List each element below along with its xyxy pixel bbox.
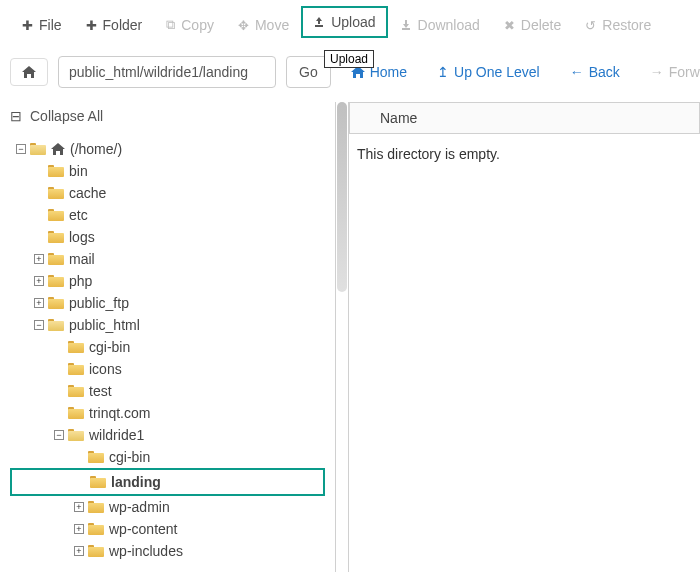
home-icon <box>51 143 65 155</box>
tree-item[interactable]: +mail <box>10 248 325 270</box>
folder-icon <box>48 319 64 331</box>
move-label: Move <box>255 17 289 33</box>
copy-button: ⧉Copy <box>154 12 226 38</box>
tree-item[interactable]: −wildride1 <box>10 424 325 446</box>
home-icon <box>21 65 37 79</box>
empty-message: This directory is empty. <box>349 134 700 174</box>
tree-root[interactable]: −(/home/) <box>10 138 325 160</box>
forward-label: Forward <box>669 64 700 80</box>
file-button[interactable]: ✚File <box>10 12 74 38</box>
folder-icon <box>88 501 104 513</box>
folder-icon <box>88 451 104 463</box>
toggle-icon[interactable]: − <box>16 144 26 154</box>
tree-item[interactable]: +php <box>10 270 325 292</box>
collapse-label: Collapse All <box>30 108 103 124</box>
item-label: cache <box>69 185 106 201</box>
back-label: Back <box>589 64 620 80</box>
item-label: mail <box>69 251 95 267</box>
tree-item[interactable]: +wp-admin <box>10 496 325 518</box>
back-link[interactable]: ←Back <box>560 64 630 80</box>
tree-item[interactable]: cache <box>10 182 325 204</box>
folder-icon <box>88 523 104 535</box>
toggle-icon[interactable]: + <box>34 276 44 286</box>
folder-icon <box>88 545 104 557</box>
up-label: Up One Level <box>454 64 540 80</box>
folder-icon <box>48 187 64 199</box>
folder-icon <box>48 209 64 221</box>
move-icon: ✥ <box>238 18 249 33</box>
column-header-name[interactable]: Name <box>349 102 700 134</box>
upload-label: Upload <box>331 14 375 30</box>
folder-icon <box>90 476 106 488</box>
folder-icon <box>48 165 64 177</box>
folder-label: Folder <box>103 17 143 33</box>
toolbar: ✚File ✚Folder ⧉Copy ✥Move Upload Downloa… <box>0 0 700 56</box>
up-link[interactable]: ↥Up One Level <box>427 64 550 80</box>
item-label: cgi-bin <box>109 449 150 465</box>
copy-icon: ⧉ <box>166 17 175 33</box>
toggle-icon[interactable]: + <box>34 254 44 264</box>
upload-button[interactable]: Upload <box>301 6 387 38</box>
folder-icon <box>48 297 64 309</box>
tree-item[interactable]: −public_html <box>10 314 325 336</box>
home-label: Home <box>370 64 407 80</box>
forward-link: →Forward <box>640 64 700 80</box>
tree-item[interactable]: +wp-content <box>10 518 325 540</box>
tree-item[interactable]: logs <box>10 226 325 248</box>
item-label: wp-admin <box>109 499 170 515</box>
toggle-icon[interactable]: + <box>34 298 44 308</box>
toggle-icon[interactable]: − <box>54 430 64 440</box>
delete-label: Delete <box>521 17 561 33</box>
root-label: (/home/) <box>70 141 122 157</box>
toggle-icon[interactable]: + <box>74 546 84 556</box>
copy-label: Copy <box>181 17 214 33</box>
tree-item[interactable]: bin <box>10 160 325 182</box>
item-label: wildride1 <box>89 427 144 443</box>
download-icon <box>400 19 412 31</box>
folder-icon <box>68 385 84 397</box>
toggle-icon[interactable]: + <box>74 502 84 512</box>
delete-button: ✖Delete <box>492 12 573 38</box>
tree-item[interactable]: etc <box>10 204 325 226</box>
folder-icon <box>48 253 64 265</box>
move-button: ✥Move <box>226 12 301 38</box>
item-label: bin <box>69 163 88 179</box>
folder-icon <box>68 363 84 375</box>
tree-item-selected[interactable]: landing <box>10 468 325 496</box>
restore-icon: ↺ <box>585 18 596 33</box>
content-pane: Name This directory is empty. <box>349 102 700 572</box>
toggle-icon[interactable]: + <box>74 524 84 534</box>
up-icon: ↥ <box>437 64 449 80</box>
forward-icon: → <box>650 64 664 80</box>
item-label: cgi-bin <box>89 339 130 355</box>
path-input[interactable] <box>58 56 276 88</box>
back-icon: ← <box>570 64 584 80</box>
collapse-icon: ⊟ <box>10 108 22 124</box>
item-label: public_ftp <box>69 295 129 311</box>
item-label: test <box>89 383 112 399</box>
tree-item[interactable]: cgi-bin <box>10 446 325 468</box>
item-label: trinqt.com <box>89 405 150 421</box>
restore-label: Restore <box>602 17 651 33</box>
item-label: icons <box>89 361 122 377</box>
toggle-icon[interactable]: − <box>34 320 44 330</box>
collapse-all-button[interactable]: ⊟Collapse All <box>10 108 325 124</box>
item-label: landing <box>111 474 161 490</box>
tree-item[interactable]: test <box>10 380 325 402</box>
item-label: wp-includes <box>109 543 183 559</box>
tree-item[interactable]: trinqt.com <box>10 402 325 424</box>
folder-tree: −(/home/) bin cache etc logs +mail +php … <box>10 138 325 562</box>
tree-item[interactable]: +wp-includes <box>10 540 325 562</box>
item-label: public_html <box>69 317 140 333</box>
home-icon-button[interactable] <box>10 58 48 86</box>
item-label: wp-content <box>109 521 177 537</box>
plus-icon: ✚ <box>22 18 33 33</box>
splitter[interactable] <box>335 102 349 572</box>
folder-icon <box>68 341 84 353</box>
tree-item[interactable]: +public_ftp <box>10 292 325 314</box>
tree-item[interactable]: icons <box>10 358 325 380</box>
folder-icon <box>68 407 84 419</box>
folder-button[interactable]: ✚Folder <box>74 12 155 38</box>
tree-item[interactable]: cgi-bin <box>10 336 325 358</box>
plus-icon: ✚ <box>86 18 97 33</box>
